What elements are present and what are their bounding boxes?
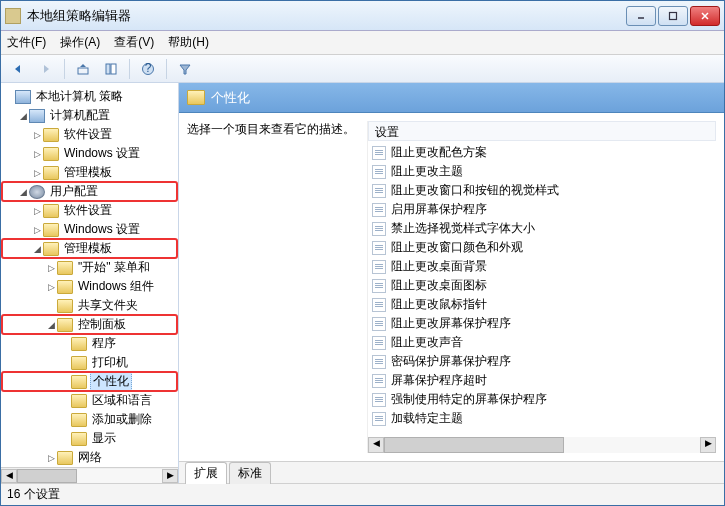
tree-user-config[interactable]: ◢用户配置 <box>3 182 176 201</box>
app-icon <box>5 8 21 24</box>
list-hscrollbar[interactable]: ◀ ▶ <box>368 437 716 453</box>
setting-item[interactable]: 阻止更改配色方案 <box>368 143 716 162</box>
svg-text:?: ? <box>145 62 152 75</box>
setting-item[interactable]: 禁止选择视觉样式字体大小 <box>368 219 716 238</box>
folder-icon <box>43 128 59 142</box>
details-tabs: 扩展 标准 <box>179 461 724 483</box>
folder-icon <box>43 204 59 218</box>
up-button[interactable] <box>70 58 96 80</box>
tree-item[interactable]: 程序 <box>3 334 176 353</box>
setting-item[interactable]: 阻止更改窗口颜色和外观 <box>368 238 716 257</box>
setting-file-icon <box>372 165 386 179</box>
maximize-button[interactable] <box>658 6 688 26</box>
setting-item[interactable]: 强制使用特定的屏幕保护程序 <box>368 390 716 409</box>
setting-item[interactable]: 屏幕保护程序超时 <box>368 371 716 390</box>
setting-item[interactable]: 阻止更改窗口和按钮的视觉样式 <box>368 181 716 200</box>
scroll-thumb[interactable] <box>384 437 564 453</box>
details-pane: 个性化 选择一个项目来查看它的描述。 设置 阻止更改配色方案阻止更改主题阻止更改… <box>179 83 724 483</box>
tree-item[interactable]: ▷软件设置 <box>3 125 176 144</box>
close-button[interactable] <box>690 6 720 26</box>
menu-file[interactable]: 文件(F) <box>7 34 46 51</box>
setting-file-icon <box>372 146 386 160</box>
setting-label: 密码保护屏幕保护程序 <box>391 353 511 370</box>
setting-file-icon <box>372 317 386 331</box>
tab-extended[interactable]: 扩展 <box>185 462 227 484</box>
tree-computer-config[interactable]: ◢计算机配置 <box>3 106 176 125</box>
setting-item[interactable]: 阻止更改屏幕保护程序 <box>368 314 716 333</box>
setting-label: 阻止更改窗口颜色和外观 <box>391 239 523 256</box>
help-button[interactable]: ? <box>135 58 161 80</box>
tree-item[interactable]: ▷管理模板 <box>3 163 176 182</box>
status-text: 16 个设置 <box>7 486 60 503</box>
tree-control-panel[interactable]: ◢控制面板 <box>3 315 176 334</box>
toolbar-separator <box>166 59 167 79</box>
setting-file-icon <box>372 374 386 388</box>
tree-item[interactable]: ▷网络 <box>3 448 176 467</box>
filter-button[interactable] <box>172 58 198 80</box>
description-column: 选择一个项目来查看它的描述。 <box>187 121 367 453</box>
setting-file-icon <box>372 222 386 236</box>
setting-file-icon <box>372 279 386 293</box>
minimize-button[interactable] <box>626 6 656 26</box>
tree-item[interactable]: 区域和语言 <box>3 391 176 410</box>
setting-file-icon <box>372 393 386 407</box>
toolbar: ? <box>1 55 724 83</box>
tree-item[interactable]: ▷Windows 组件 <box>3 277 176 296</box>
tree-root[interactable]: 本地计算机 策略 <box>3 87 176 106</box>
setting-label: 屏幕保护程序超时 <box>391 372 487 389</box>
folder-icon <box>187 90 205 105</box>
menubar: 文件(F) 操作(A) 查看(V) 帮助(H) <box>1 31 724 55</box>
tab-standard[interactable]: 标准 <box>229 462 271 484</box>
details-header: 个性化 <box>179 83 724 113</box>
scroll-left-button[interactable]: ◀ <box>1 469 17 483</box>
tree-item[interactable]: ▷Windows 设置 <box>3 220 176 239</box>
scroll-thumb[interactable] <box>17 469 77 483</box>
tree-item[interactable]: 显示 <box>3 429 176 448</box>
tree-item[interactable]: ▷软件设置 <box>3 201 176 220</box>
setting-item[interactable]: 阻止更改桌面背景 <box>368 257 716 276</box>
tree-admin-templates[interactable]: ◢管理模板 <box>3 239 176 258</box>
back-button[interactable] <box>5 58 31 80</box>
folder-icon <box>57 280 73 294</box>
tree-item[interactable]: ▷"开始" 菜单和 <box>3 258 176 277</box>
user-icon <box>29 185 45 199</box>
setting-label: 加载特定主题 <box>391 410 463 427</box>
tree-item[interactable]: ▷Windows 设置 <box>3 144 176 163</box>
folder-icon <box>57 261 73 275</box>
setting-file-icon <box>372 260 386 274</box>
menu-view[interactable]: 查看(V) <box>114 34 154 51</box>
setting-item[interactable]: 启用屏幕保护程序 <box>368 200 716 219</box>
setting-label: 阻止更改桌面图标 <box>391 277 487 294</box>
menu-help[interactable]: 帮助(H) <box>168 34 209 51</box>
folder-icon <box>57 299 73 313</box>
tree-hscrollbar[interactable]: ◀ ▶ <box>1 467 178 483</box>
svg-rect-6 <box>111 64 116 74</box>
setting-item[interactable]: 阻止更改鼠标指针 <box>368 295 716 314</box>
scroll-right-button[interactable]: ▶ <box>700 437 716 453</box>
tree-item[interactable]: 添加或删除 <box>3 410 176 429</box>
forward-button[interactable] <box>33 58 59 80</box>
setting-label: 阻止更改窗口和按钮的视觉样式 <box>391 182 559 199</box>
scroll-left-button[interactable]: ◀ <box>368 437 384 453</box>
tree-item[interactable]: 打印机 <box>3 353 176 372</box>
menu-action[interactable]: 操作(A) <box>60 34 100 51</box>
tree-item[interactable]: 共享文件夹 <box>3 296 176 315</box>
details-heading: 个性化 <box>211 89 250 107</box>
folder-icon <box>71 394 87 408</box>
folder-icon <box>43 242 59 256</box>
setting-label: 阻止更改屏幕保护程序 <box>391 315 511 332</box>
setting-label: 阻止更改声音 <box>391 334 463 351</box>
setting-file-icon <box>372 355 386 369</box>
folder-icon <box>57 451 73 465</box>
folder-icon <box>71 432 87 446</box>
setting-item[interactable]: 阻止更改声音 <box>368 333 716 352</box>
scroll-right-button[interactable]: ▶ <box>162 469 178 483</box>
show-hide-tree-button[interactable] <box>98 58 124 80</box>
setting-label: 启用屏幕保护程序 <box>391 201 487 218</box>
setting-item[interactable]: 阻止更改桌面图标 <box>368 276 716 295</box>
setting-item[interactable]: 阻止更改主题 <box>368 162 716 181</box>
setting-item[interactable]: 加载特定主题 <box>368 409 716 428</box>
setting-item[interactable]: 密码保护屏幕保护程序 <box>368 352 716 371</box>
tree-personalization[interactable]: 个性化 <box>3 372 176 391</box>
settings-column-header[interactable]: 设置 <box>368 121 716 141</box>
